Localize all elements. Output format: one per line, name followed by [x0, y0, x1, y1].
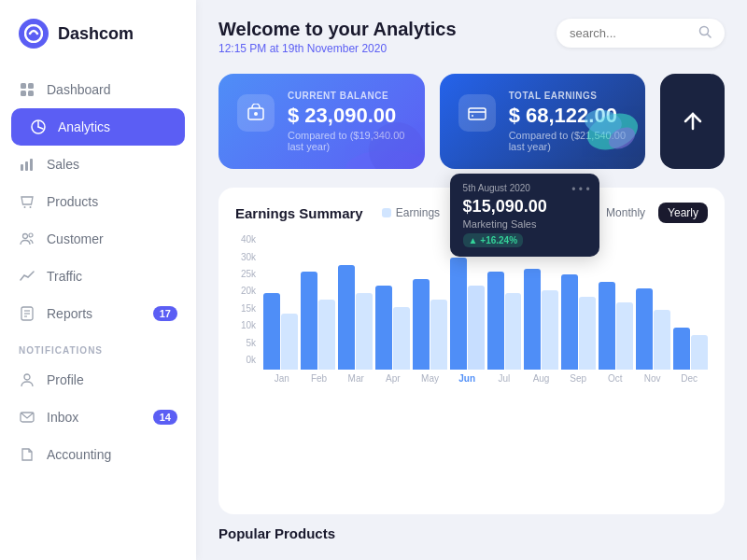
- chart-section: Earnings Summary Earnings Payments Daily…: [218, 188, 725, 514]
- sidebar-item-inbox[interactable]: Inbox 14: [0, 399, 196, 436]
- bar-payments-apr[interactable]: [393, 307, 410, 371]
- bar-earnings-sep[interactable]: [561, 274, 578, 370]
- tooltip-label: Marketing Sales: [463, 218, 586, 230]
- bar-payments-feb[interactable]: [318, 300, 335, 370]
- bar-payments-jul[interactable]: [505, 293, 522, 371]
- header-subtitle: 12:15 PM at 19th November 2020: [218, 42, 457, 55]
- monthly-btn[interactable]: Monthly: [597, 203, 655, 223]
- notifications-section-label: NOTIFICATIONS: [0, 332, 196, 361]
- traffic-label: Traffic: [47, 269, 82, 284]
- svg-rect-3: [21, 91, 26, 96]
- chart-title: Earnings Summary: [235, 205, 363, 221]
- bar-group-jan: [263, 293, 298, 371]
- sidebar-item-customer[interactable]: Customer: [0, 220, 196, 258]
- bar-payments-oct[interactable]: [616, 302, 633, 370]
- bar-earnings-jun[interactable]: [450, 258, 467, 370]
- svg-rect-8: [30, 159, 33, 171]
- current-balance-card: CURRENT BALANCE $ 23,090.00 Compared to …: [218, 74, 425, 169]
- svg-rect-4: [28, 91, 34, 96]
- customer-icon: [19, 231, 35, 247]
- bar-earnings-apr[interactable]: [375, 286, 392, 370]
- bar-group-nov: [636, 288, 670, 370]
- bar-payments-jun[interactable]: [468, 286, 485, 370]
- svg-rect-6: [21, 164, 23, 171]
- x-label-jul: Jul: [486, 373, 523, 384]
- search-bar[interactable]: [557, 19, 725, 48]
- x-label-dec: Dec: [670, 373, 708, 384]
- inbox-badge: 14: [153, 410, 177, 425]
- bar-earnings-mar[interactable]: [338, 265, 355, 371]
- app-name: Dashcom: [58, 24, 134, 44]
- analytics-label: Analytics: [58, 119, 110, 134]
- sidebar-item-accounting[interactable]: Accounting: [0, 436, 196, 473]
- profile-label: Profile: [47, 372, 84, 387]
- x-label-nov: Nov: [634, 373, 671, 384]
- svg-rect-25: [469, 108, 486, 119]
- bar-earnings-feb[interactable]: [301, 272, 317, 370]
- sidebar-item-sales[interactable]: Sales: [0, 146, 196, 183]
- svg-rect-7: [25, 161, 28, 171]
- products-label: Products: [47, 194, 98, 209]
- bar-group-aug: [524, 269, 558, 370]
- yearly-btn[interactable]: Yearly: [658, 203, 708, 223]
- bar-payments-dec[interactable]: [691, 335, 708, 371]
- bar-chart: 40k 30k 25k 20k 15k 10k 5k 0k • • • 5th …: [235, 234, 708, 384]
- tooltip-dots: • • •: [571, 183, 589, 196]
- bar-earnings-nov[interactable]: [636, 288, 653, 370]
- y-axis: 40k 30k 25k 20k 15k 10k 5k 0k: [235, 234, 263, 384]
- sidebar-item-products[interactable]: Products: [0, 183, 196, 220]
- svg-line-20: [708, 35, 712, 38]
- svg-point-11: [23, 234, 28, 239]
- bar-group-jun: • • • 5th August 2020 $15,090.00 Marketi…: [450, 258, 485, 370]
- third-card: [660, 74, 725, 169]
- y-label-40k: 40k: [235, 234, 256, 245]
- bar-payments-may[interactable]: [430, 300, 447, 370]
- sidebar-item-dashboard[interactable]: Dashboard: [0, 71, 196, 108]
- x-label-jun: Jun: [448, 373, 486, 384]
- bar-payments-jan[interactable]: [281, 314, 298, 370]
- search-input[interactable]: [570, 26, 691, 40]
- bar-group-oct: [599, 282, 633, 371]
- bar-earnings-may[interactable]: [413, 279, 430, 371]
- y-label-5k: 5k: [235, 338, 256, 348]
- sidebar-item-profile[interactable]: Profile: [0, 361, 196, 399]
- sidebar: Dashcom Dashboard Analytics: [0, 0, 196, 560]
- y-label-20k: 20k: [235, 286, 256, 296]
- sidebar-item-reports[interactable]: Reports 17: [0, 295, 196, 332]
- x-labels: JanFebMarAprMayJunJulAugSepOctNovDec: [263, 373, 708, 384]
- bar-payments-mar[interactable]: [356, 293, 373, 371]
- x-label-jan: Jan: [263, 373, 301, 384]
- bar-group-dec: [673, 328, 708, 370]
- svg-point-12: [29, 233, 33, 237]
- svg-rect-1: [21, 83, 26, 89]
- bar-earnings-jul[interactable]: [487, 272, 504, 370]
- earnings-dot: [382, 208, 391, 217]
- bar-payments-sep[interactable]: [579, 297, 596, 370]
- x-label-mar: Mar: [337, 373, 374, 384]
- svg-point-9: [24, 206, 26, 208]
- bar-group-sep: [561, 274, 596, 370]
- bar-earnings-aug[interactable]: [524, 269, 541, 370]
- sidebar-item-traffic[interactable]: Traffic: [0, 258, 196, 295]
- y-label-30k: 30k: [235, 252, 256, 262]
- sales-label: Sales: [47, 157, 79, 172]
- main-content: Welcome to your Analytics 12:15 PM at 19…: [196, 0, 747, 560]
- bar-payments-nov[interactable]: [654, 310, 670, 371]
- total-earnings-icon: [458, 94, 496, 132]
- svg-point-22: [254, 112, 258, 116]
- sidebar-item-analytics[interactable]: Analytics: [11, 108, 185, 146]
- products-icon: [19, 193, 35, 210]
- accounting-icon: [19, 446, 35, 463]
- bar-earnings-oct[interactable]: [599, 282, 615, 371]
- bar-earnings-jan[interactable]: [263, 293, 280, 371]
- svg-rect-2: [28, 83, 34, 89]
- y-label-15k: 15k: [235, 303, 256, 314]
- dashboard-icon: [19, 81, 35, 98]
- svg-point-17: [24, 374, 30, 380]
- bar-earnings-dec[interactable]: [673, 328, 690, 370]
- svg-point-24: [369, 122, 425, 169]
- customer-label: Customer: [47, 231, 104, 246]
- bar-payments-aug[interactable]: [542, 290, 558, 371]
- svg-point-0: [25, 25, 42, 42]
- y-label-0k: 0k: [235, 355, 256, 365]
